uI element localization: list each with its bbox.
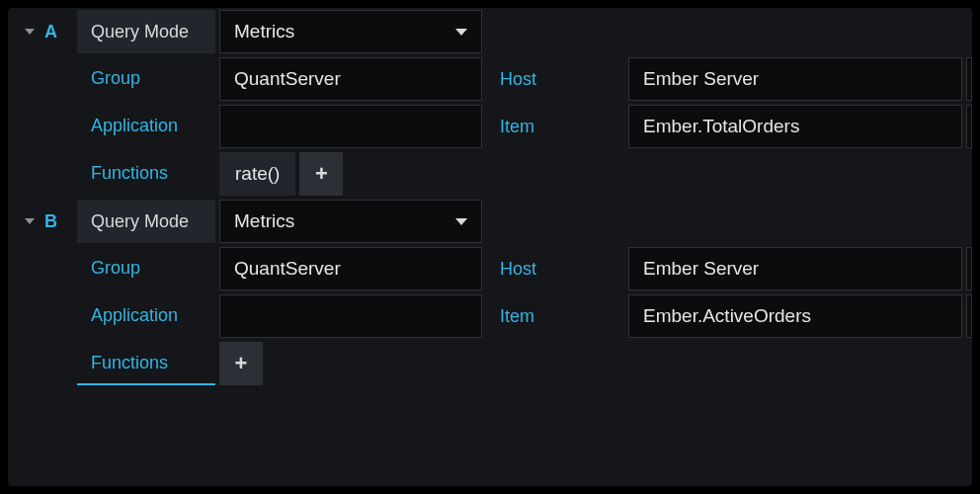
- query-letter: A: [44, 22, 57, 42]
- caret-down-icon: [25, 29, 35, 35]
- label-functions: Functions: [77, 152, 215, 196]
- query-a-toggle[interactable]: A: [8, 10, 73, 53]
- label-host: Host: [486, 57, 624, 101]
- trail-cell[interactable]: [966, 57, 972, 101]
- item-input[interactable]: Ember.ActiveOrders: [628, 294, 962, 338]
- host-input[interactable]: Ember Server: [628, 57, 962, 101]
- application-input[interactable]: [219, 294, 482, 338]
- chevron-down-icon: [455, 29, 467, 36]
- trail-cell[interactable]: [966, 105, 972, 148]
- label-item: Item: [486, 294, 624, 338]
- host-input[interactable]: Ember Server: [628, 247, 962, 290]
- add-function-button[interactable]: +: [299, 152, 343, 196]
- group-input[interactable]: QuantServer: [219, 57, 482, 101]
- trail-cell[interactable]: [966, 294, 972, 338]
- label-item: Item: [486, 105, 624, 148]
- label-functions: Functions: [77, 342, 215, 385]
- item-input[interactable]: Ember.TotalOrders: [628, 105, 962, 148]
- label-query-mode: Query Mode: [77, 200, 215, 243]
- function-chip-rate[interactable]: rate(): [219, 152, 295, 196]
- query-b-toggle[interactable]: B: [8, 200, 73, 243]
- query-mode-value: Metrics: [234, 210, 294, 232]
- label-query-mode: Query Mode: [77, 10, 215, 53]
- query-editor-panel: A Query Mode Metrics Group QuantServer H…: [8, 8, 972, 486]
- query-letter: B: [44, 211, 57, 232]
- query-mode-select[interactable]: Metrics: [219, 10, 482, 53]
- application-input[interactable]: [219, 105, 482, 148]
- label-group: Group: [77, 247, 215, 290]
- query-b: B Query Mode Metrics Group QuantServer H…: [8, 198, 972, 387]
- query-mode-select[interactable]: Metrics: [219, 200, 482, 243]
- plus-icon: +: [235, 351, 248, 376]
- label-application: Application: [77, 294, 215, 338]
- label-host: Host: [486, 247, 624, 290]
- chevron-down-icon: [455, 218, 467, 225]
- plus-icon: +: [315, 161, 328, 187]
- add-function-button[interactable]: +: [219, 342, 263, 385]
- query-a: A Query Mode Metrics Group QuantServer H…: [8, 8, 972, 198]
- group-input[interactable]: QuantServer: [219, 247, 482, 290]
- query-mode-value: Metrics: [234, 21, 294, 42]
- caret-down-icon: [25, 218, 35, 224]
- trail-cell[interactable]: [966, 247, 972, 290]
- label-application: Application: [77, 105, 215, 148]
- label-group: Group: [77, 57, 215, 101]
